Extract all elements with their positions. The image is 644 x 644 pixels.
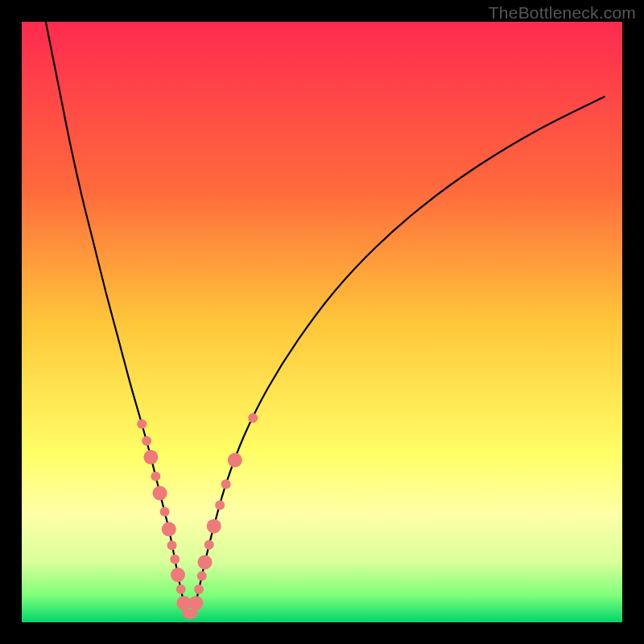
data-point [170, 555, 180, 564]
data-point [221, 479, 231, 489]
data-point [207, 519, 221, 534]
data-point [137, 419, 147, 429]
chart-frame: TheBottleneck.com [0, 0, 644, 644]
data-point [194, 584, 204, 594]
data-point [248, 413, 258, 423]
data-point [204, 540, 214, 550]
data-point [198, 555, 213, 569]
watermark-label: TheBottleneck.com [489, 3, 636, 23]
data-point [142, 436, 151, 446]
data-point [176, 584, 186, 594]
data-point [188, 596, 203, 610]
data-point [171, 568, 185, 582]
data-point [215, 501, 225, 510]
data-point [228, 453, 242, 468]
plot-area [22, 22, 622, 622]
data-point [153, 486, 167, 501]
chart-svg [22, 22, 622, 622]
data-point [167, 541, 177, 551]
data-point [151, 472, 160, 481]
data-point [143, 450, 158, 464]
gradient-background [22, 22, 622, 622]
data-point [197, 572, 207, 581]
data-point [162, 522, 176, 536]
data-point [160, 507, 170, 517]
